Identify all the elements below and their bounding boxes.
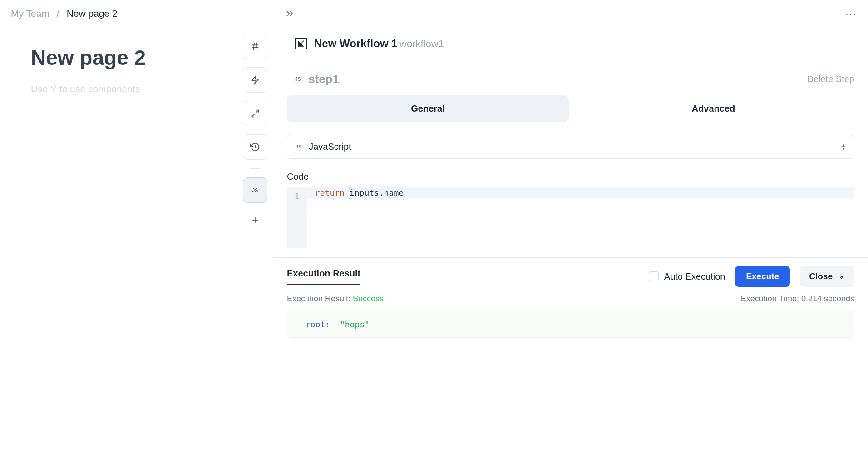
status-success: Success (353, 294, 384, 303)
close-button[interactable]: Close (800, 266, 854, 287)
breadcrumb: My Team / New page 2 (0, 0, 273, 27)
output-root-value: "hops" (340, 320, 370, 329)
collapse-panel-button[interactable] (284, 8, 295, 19)
execution-result-tab[interactable]: Execution Result (287, 268, 360, 285)
hash-tool-button[interactable] (243, 34, 267, 59)
tab-general[interactable]: General (287, 95, 569, 122)
execute-button[interactable]: Execute (735, 266, 790, 287)
page-content-placeholder[interactable]: Use '/' to use components (31, 84, 264, 94)
auto-execution-label: Auto Execution (664, 271, 725, 282)
line-number: 1 (287, 190, 307, 203)
svg-line-5 (256, 110, 259, 113)
step-js-icon: JS (295, 77, 301, 82)
breadcrumb-team[interactable]: My Team (11, 8, 49, 19)
add-step-button[interactable] (243, 211, 267, 229)
toolbar-divider (250, 168, 260, 169)
js-icon: JS (252, 188, 258, 193)
history-icon (250, 142, 260, 152)
svg-line-6 (252, 114, 255, 117)
svg-marker-4 (252, 76, 259, 84)
history-tool-button[interactable] (243, 134, 267, 160)
hash-icon (250, 41, 260, 51)
execution-status: Execution Result: Success (287, 294, 384, 304)
language-select[interactable]: JS JavaScript ▲▼ (287, 135, 854, 159)
expand-icon (251, 109, 260, 118)
lightning-icon (251, 75, 260, 85)
more-icon: ··· (845, 7, 857, 20)
language-label: JavaScript (309, 142, 351, 152)
output-root-key: root: (306, 320, 330, 329)
language-js-icon: JS (296, 144, 301, 149)
step-name[interactable]: step1 (308, 72, 339, 86)
execution-output: root: "hops" (287, 311, 854, 338)
workflow-title[interactable]: New Workflow 1 (314, 37, 398, 49)
chevrons-right-icon (284, 8, 295, 19)
expand-tool-button[interactable] (243, 101, 267, 126)
plus-icon (251, 216, 260, 225)
breadcrumb-separator: / (57, 8, 59, 19)
execution-time: Execution Time: 0.214 seconds (741, 294, 854, 304)
workflow-header: New Workflow 1 workflow1 (273, 27, 868, 60)
code-gutter: 1 (287, 187, 307, 248)
code-label: Code (273, 172, 868, 182)
workflow-icon (295, 38, 307, 49)
execution-panel: Execution Result Auto Execution Execute … (273, 257, 868, 349)
side-toolbar: JS (243, 34, 267, 229)
lightning-tool-button[interactable] (243, 67, 267, 93)
auto-execution-checkbox[interactable] (649, 271, 659, 281)
svg-line-3 (256, 43, 257, 50)
breadcrumb-page[interactable]: New page 2 (67, 8, 118, 19)
page-title[interactable]: New page 2 (31, 45, 264, 70)
code-line[interactable]: return inputs.name (307, 187, 854, 199)
code-editor[interactable]: 1 return inputs.name (287, 187, 854, 248)
delete-step-button[interactable]: Delete Step (807, 74, 854, 84)
js-step-button[interactable]: JS (243, 177, 267, 203)
more-options-button[interactable]: ··· (845, 7, 857, 20)
close-button-label: Close (809, 271, 833, 281)
select-caret-icon: ▲▼ (841, 143, 846, 151)
tab-advanced[interactable]: Advanced (572, 95, 854, 122)
svg-line-2 (253, 43, 254, 50)
workflow-subtitle: workflow1 (399, 38, 444, 49)
chevron-down-icon (838, 273, 845, 280)
